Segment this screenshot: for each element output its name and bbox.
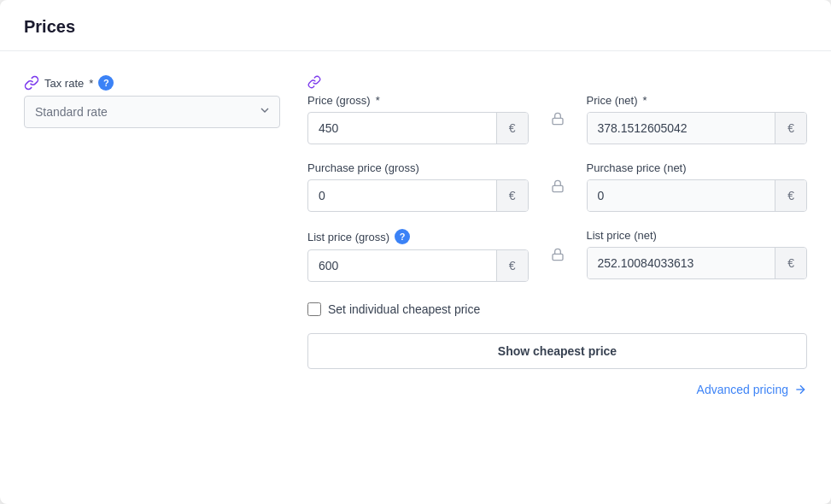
cheapest-price-checkbox-row: Set individual cheapest price bbox=[307, 299, 807, 316]
price-gross-input-wrapper: € bbox=[307, 112, 529, 144]
purchase-price-net-input[interactable] bbox=[588, 180, 775, 211]
list-price-net-currency: € bbox=[775, 248, 806, 278]
price-gross-label: Price (gross) * bbox=[307, 94, 529, 107]
advanced-pricing-link[interactable]: Advanced pricing bbox=[697, 383, 807, 396]
tax-rate-label: Tax rate* ? bbox=[24, 75, 280, 91]
page-title: Prices bbox=[24, 17, 807, 37]
purchase-price-gross-group: Purchase price (gross) € bbox=[307, 161, 529, 212]
purchase-price-gross-currency: € bbox=[496, 180, 528, 211]
price-gross-group: Price (gross) * € bbox=[307, 94, 529, 144]
list-price-gross-input-wrapper: € bbox=[307, 249, 529, 282]
right-column: Price (gross) * € Price (net) * bbox=[307, 75, 807, 396]
list-price-gross-currency: € bbox=[496, 250, 528, 281]
tax-rate-select-wrapper: Standard rate bbox=[24, 96, 280, 128]
list-price-gross-label: List price (gross) ? bbox=[307, 229, 529, 244]
link-icon bbox=[24, 75, 39, 91]
price-net-group: Price (net) * € bbox=[587, 94, 808, 144]
purchase-price-row: Purchase price (gross) € Purchase price … bbox=[307, 161, 807, 212]
card-header: Prices bbox=[0, 0, 831, 51]
list-price-row: List price (gross) ? € List price (net) bbox=[307, 229, 807, 282]
price-gross-net-row: Price (gross) * € Price (net) * bbox=[307, 94, 807, 144]
list-price-net-label: List price (net) bbox=[587, 229, 808, 242]
list-price-net-input[interactable] bbox=[588, 248, 775, 278]
advanced-pricing-row: Advanced pricing bbox=[307, 383, 807, 396]
list-price-help-icon[interactable]: ? bbox=[395, 229, 410, 244]
price-net-currency: € bbox=[775, 113, 806, 144]
price-net-label: Price (net) * bbox=[587, 94, 808, 107]
list-price-gross-input[interactable] bbox=[308, 250, 496, 281]
price-gross-input[interactable] bbox=[308, 113, 496, 144]
tax-rate-label-text: Tax rate bbox=[44, 77, 84, 90]
purchase-price-gross-input-wrapper: € bbox=[307, 179, 529, 212]
purchase-price-lock-icon bbox=[542, 161, 573, 212]
svg-rect-1 bbox=[553, 185, 563, 191]
show-cheapest-price-button[interactable]: Show cheapest price bbox=[307, 333, 807, 369]
svg-rect-0 bbox=[553, 118, 563, 124]
purchase-price-net-input-wrapper: € bbox=[587, 179, 808, 212]
arrow-right-icon bbox=[793, 383, 807, 396]
cheapest-price-checkbox[interactable] bbox=[307, 302, 321, 316]
price-lock-icon bbox=[542, 94, 573, 144]
prices-card: Prices Tax rate* ? Standard rate bbox=[0, 0, 831, 504]
advanced-pricing-label: Advanced pricing bbox=[697, 383, 788, 396]
list-price-net-group: List price (net) € bbox=[587, 229, 808, 282]
price-net-input-wrapper: € bbox=[587, 112, 808, 144]
list-price-lock-icon bbox=[542, 229, 573, 282]
cheapest-price-checkbox-label: Set individual cheapest price bbox=[328, 302, 480, 316]
purchase-price-net-label: Purchase price (net) bbox=[587, 161, 808, 174]
tax-rate-select[interactable]: Standard rate bbox=[24, 96, 280, 128]
price-net-input[interactable] bbox=[588, 113, 775, 144]
purchase-price-net-currency: € bbox=[775, 180, 806, 211]
card-body: Tax rate* ? Standard rate bbox=[0, 51, 831, 417]
price-gross-currency: € bbox=[496, 113, 528, 144]
purchase-price-gross-input[interactable] bbox=[308, 180, 496, 211]
list-price-net-input-wrapper: € bbox=[587, 247, 808, 279]
svg-rect-2 bbox=[553, 254, 563, 260]
purchase-price-net-group: Purchase price (net) € bbox=[587, 161, 808, 212]
price-link-icon bbox=[307, 75, 321, 89]
list-price-gross-group: List price (gross) ? € bbox=[307, 229, 529, 282]
left-column: Tax rate* ? Standard rate bbox=[24, 75, 280, 396]
purchase-price-gross-label: Purchase price (gross) bbox=[307, 161, 529, 174]
tax-rate-help-icon[interactable]: ? bbox=[98, 75, 114, 91]
